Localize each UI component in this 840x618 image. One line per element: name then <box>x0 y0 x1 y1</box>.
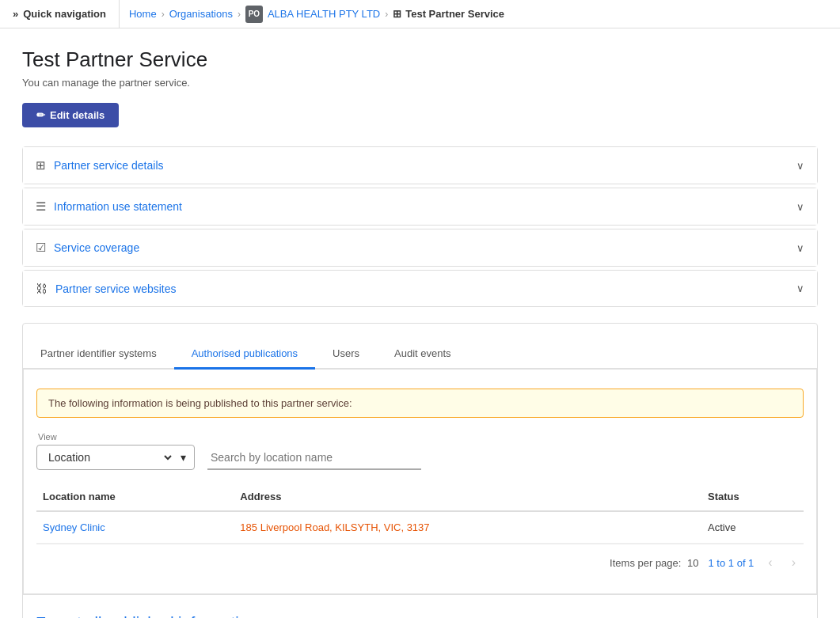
breadcrumb-sep-3: › <box>385 9 388 20</box>
quick-nav-chevron-icon: » <box>13 8 18 20</box>
accordion-service-coverage: ☑ Service coverage ∨ <box>22 229 818 267</box>
cell-status: Active <box>701 511 804 544</box>
main-content: Test Partner Service You can manage the … <box>0 28 840 618</box>
search-input-group <box>207 446 421 470</box>
page-subtitle: You can manage the partner service. <box>22 77 818 89</box>
chevron-down-icon: ∨ <box>796 160 804 172</box>
websites-icon: ⛓ <box>36 282 48 295</box>
pagination-row: Items per page: 10 1 to 1 of 1 ‹ › <box>36 544 804 581</box>
location-name-link[interactable]: Sydney Clinic <box>43 521 105 533</box>
page-title: Test Partner Service <box>22 47 818 72</box>
partner-service-details-icon: ⊞ <box>36 158 46 173</box>
cell-address: 185 Liverpool Road, KILSYTH, VIC, 3137 <box>234 511 701 544</box>
pagination-next-button[interactable]: › <box>787 554 800 571</box>
tab-audit-events[interactable]: Audit events <box>377 339 469 370</box>
view-filter-group: View Location ▾ <box>36 432 195 470</box>
org-badge: PO <box>245 6 263 23</box>
dropdown-chevron-icon: ▾ <box>181 451 186 464</box>
view-select[interactable]: Location <box>45 450 174 464</box>
tab-partner-identifier-systems[interactable]: Partner identifier systems <box>23 339 174 370</box>
accordion-partner-service-details-header[interactable]: ⊞ Partner service details ∨ <box>23 147 817 184</box>
tab-users[interactable]: Users <box>315 339 377 370</box>
locations-table: Location name Address Status Sydney Clin… <box>36 483 804 544</box>
cell-location-name: Sydney Clinic <box>36 511 234 544</box>
partner-service-details-label: Partner service details <box>54 159 164 172</box>
edit-details-button[interactable]: ✏ Edit details <box>22 103 119 127</box>
filter-row: View Location ▾ <box>36 432 804 470</box>
pagination-prev-button[interactable]: ‹ <box>763 554 777 571</box>
chevron-down-icon-3: ∨ <box>796 242 804 254</box>
info-banner: The following information is being publi… <box>36 389 804 418</box>
export-section: Export all published information Downloa… <box>23 594 817 618</box>
breadcrumb-current: ⊞ Test Partner Service <box>393 8 504 20</box>
tabs-panel: Partner identifier systems Authorised pu… <box>22 323 818 618</box>
tabs: Partner identifier systems Authorised pu… <box>23 339 817 368</box>
view-label: View <box>36 432 195 442</box>
chevron-down-icon-4: ∨ <box>796 282 804 294</box>
breadcrumb-sep-2: › <box>238 9 241 20</box>
table-row: Sydney Clinic 185 Liverpool Road, KILSYT… <box>36 511 804 544</box>
tabs-container: Partner identifier systems Authorised pu… <box>23 339 817 370</box>
accordion-information-use-statement-header[interactable]: ☰ Information use statement ∨ <box>23 188 817 225</box>
col-status: Status <box>701 483 804 511</box>
websites-label: Partner service websites <box>55 282 177 295</box>
col-address: Address <box>234 483 701 511</box>
breadcrumb-org[interactable]: ALBA HEALTH PTY LTD <box>268 8 380 20</box>
accordion-information-use-statement: ☰ Information use statement ∨ <box>22 188 818 226</box>
breadcrumb: Home › Organisations › PO ALBA HEALTH PT… <box>120 6 514 23</box>
service-coverage-label: Service coverage <box>54 241 139 254</box>
pencil-icon: ✏ <box>36 109 45 121</box>
search-by-location-name-input[interactable] <box>207 446 421 470</box>
accordion-partner-service-details: ⊞ Partner service details ∨ <box>22 146 818 184</box>
items-per-page-label: Items per page: 10 <box>610 557 698 569</box>
top-navigation: » Quick navigation Home › Organisations … <box>0 0 840 28</box>
accordion-service-coverage-header[interactable]: ☑ Service coverage ∨ <box>23 229 817 266</box>
export-title: Export all published information <box>36 614 804 618</box>
info-use-icon: ☰ <box>36 199 46 214</box>
service-coverage-icon: ☑ <box>36 241 46 255</box>
col-location-name: Location name <box>36 483 234 511</box>
quick-nav-label: Quick navigation <box>23 8 106 20</box>
chevron-down-icon-2: ∨ <box>796 201 804 213</box>
view-select-wrapper: Location ▾ <box>36 445 195 470</box>
info-use-label: Information use statement <box>54 200 182 213</box>
tab-authorised-publications[interactable]: Authorised publications <box>174 339 315 370</box>
quick-nav-button[interactable]: » Quick navigation <box>0 0 120 28</box>
pagination-range: 1 to 1 of 1 <box>709 557 754 569</box>
breadcrumb-home[interactable]: Home <box>129 8 157 20</box>
service-icon: ⊞ <box>393 8 401 20</box>
breadcrumb-organisations[interactable]: Organisations <box>169 8 233 20</box>
breadcrumb-sep-1: › <box>162 9 165 20</box>
accordion-partner-service-websites-header[interactable]: ⛓ Partner service websites ∨ <box>23 271 817 306</box>
accordion-partner-service-websites: ⛓ Partner service websites ∨ <box>22 270 818 307</box>
tab-content-authorised-publications: The following information is being publi… <box>23 370 817 594</box>
